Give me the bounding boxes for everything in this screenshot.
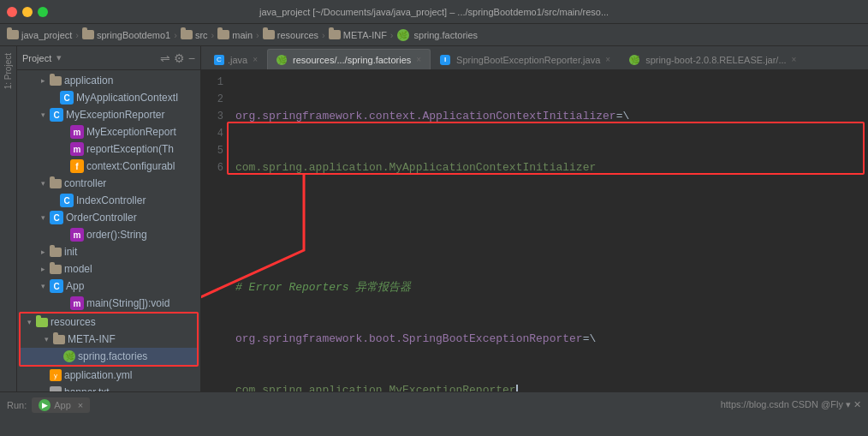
sidebar-settings-btn[interactable]: ⚙ [174,52,185,64]
arrow-metainf [45,335,53,343]
txt-icon-bannertxt [50,386,62,391]
tree-item-model[interactable]: model [17,260,200,278]
tab-java-close[interactable]: × [253,55,258,64]
tree-item-reportexception[interactable]: m reportException(Th [17,140,200,158]
tab-java-icon: C [214,55,224,65]
tree-item-metainf[interactable]: META-INF [21,331,197,348]
sidebar-equalize-btn[interactable]: ⇌ [160,52,170,64]
tree-label-indexcontroller: IndexController [76,194,146,206]
arrow-myexceptionreporter [41,110,50,119]
tab-spring-boot-jar[interactable]: spring-boot-2.0.8.RELEASE.jar/... × [620,49,806,69]
tree-label-report1: MyExceptionReport [86,126,176,138]
tree-item-resources[interactable]: resources [21,314,197,331]
tree-label-metainf: META-INF [68,333,116,345]
tab-exception-label: SpringBootExceptionReporter.java [456,55,600,65]
tree-item-bannertxt[interactable]: banner.txt [17,384,200,391]
metainf-folder-icon [329,30,341,39]
tab-spring-factories[interactable]: resources/.../spring.factories × [267,49,431,69]
tree-label-model: model [64,263,92,275]
arrow-ordercontroller [41,213,50,222]
sidebar-header: Project ▾ ⇌ ⚙ − [17,46,200,70]
folder-icon-init [50,248,62,257]
run-app-icon: ▶ [39,399,51,411]
tree-item-ordercontroller[interactable]: C OrderController [17,209,200,226]
folder-icon-application [50,76,62,86]
maximize-button[interactable] [38,7,48,17]
sidebar-minimize-btn[interactable]: − [188,52,195,64]
project-folder-icon [7,30,19,39]
code-editor[interactable]: 1 2 3 4 5 6 org.springframework.context.… [201,70,868,391]
minimize-button[interactable] [22,7,33,17]
breadcrumb-item-main[interactable]: main [217,30,253,40]
breadcrumb-label-main: main [232,30,253,40]
tab-spring-close[interactable]: × [416,55,421,64]
icon-c-indexcontroller: C [60,194,74,207]
tab-jar-close[interactable]: × [792,55,797,64]
breadcrumb-label-spring-factories: spring.factories [414,30,479,40]
tree-item-controller[interactable]: controller [17,175,200,192]
project-sidebar-strip: 1: Project [0,46,17,391]
window-title: java_project [~/Documents/java/java_proj… [259,7,609,17]
arrow-resources [27,318,36,326]
tab-spring-icon [276,55,287,65]
breadcrumb-item-project[interactable]: java_project [7,30,72,40]
tree-item-ordermethod[interactable]: m order():String [17,226,200,243]
tree-label-myappcontext: MyApplicationContextI [76,92,178,104]
editor-panel: C .java × resources/.../spring.factories… [201,46,868,391]
resources-highlight-box: resources META-INF spring.factories [19,312,199,367]
tree-item-appyml[interactable]: y application.yml [17,367,200,384]
tree-label-appyml: application.yml [64,369,132,381]
code-content[interactable]: org.springframework.context.ApplicationC… [229,74,868,391]
tree-item-app[interactable]: C App [17,278,200,295]
tab-java[interactable]: C .java × [205,49,267,69]
code-key-1: org.springframework.context.ApplicationC… [235,108,616,125]
code-value-2: com.spring.application.MyApplicationCont… [235,159,596,176]
strip-label-project[interactable]: 1: Project [2,50,15,93]
tree-item-myexceptionreporter[interactable]: C MyExceptionReporter [17,106,200,123]
run-bar: Run: ▶ App × https://blog.csdn CSDN @Fly… [0,391,868,417]
tree-label-ordercontroller: OrderController [66,212,137,224]
sidebar: Project ▾ ⇌ ⚙ − application C MyApplicat… [17,46,201,391]
folder-icon-metainf [53,335,65,344]
tree-item-method-report1[interactable]: m MyExceptionReport [17,123,200,140]
tree-item-spring-factories[interactable]: spring.factories [21,348,197,365]
tree-item-contextconfigurable[interactable]: f context:Configurabl [17,158,200,175]
tree-label-myexceptionreporter: MyExceptionReporter [66,109,164,121]
breadcrumb-item-resources[interactable]: resources [263,30,318,40]
breadcrumb-item-metainf[interactable]: META-INF [329,30,387,40]
arrow-app [41,282,50,290]
tree-label-main: main(String[]):void [86,297,169,309]
tree-item-main[interactable]: m main(String[]):void [17,295,200,312]
icon-m-main: m [70,296,84,310]
arrow-controller [41,179,50,188]
breadcrumb-item-spring-factories[interactable]: spring.factories [397,29,479,41]
tab-jar-label: spring-boot-2.0.8.RELEASE.jar/... [645,55,786,65]
tree-item-myappcontext[interactable]: C MyApplicationContextI [17,89,200,106]
tree-item-application[interactable]: application [17,72,200,89]
breadcrumb-item-src[interactable]: src [181,30,208,40]
tree-label-spring-factories: spring.factories [78,350,147,362]
tab-exception-close[interactable]: × [605,55,610,64]
resources-folder-icon [263,30,275,39]
run-tab-app[interactable]: ▶ App × [32,397,90,413]
yaml-icon-appyml: y [50,369,62,381]
tree-label-bannertxt: banner.txt [64,386,110,391]
spring-factories-file-icon [63,350,75,362]
tab-springboot-exception[interactable]: I SpringBootExceptionReporter.java × [431,49,620,69]
springboot-folder-icon [82,30,94,39]
icon-m-ordermethod: m [70,228,84,242]
main-folder-icon [217,30,229,39]
tree-item-indexcontroller[interactable]: C IndexController [17,192,200,209]
tree-label-resources: resources [51,316,96,328]
run-close-btn[interactable]: × [78,400,83,410]
tree-label-ordermethod: order():String [86,229,147,241]
tree-item-init[interactable]: init [17,243,200,260]
breadcrumb-label-metainf: META-INF [343,30,387,40]
tab-java-label: .java [228,55,247,65]
close-button[interactable] [7,7,17,17]
breadcrumb-item-springboot[interactable]: springBootdemo1 [82,30,170,40]
code-key-5: org.springframework.boot.SpringBootExcep… [235,331,583,348]
code-line-1: org.springframework.context.ApplicationC… [235,108,861,125]
traffic-lights [7,7,48,17]
icon-c-app: C [50,279,63,293]
